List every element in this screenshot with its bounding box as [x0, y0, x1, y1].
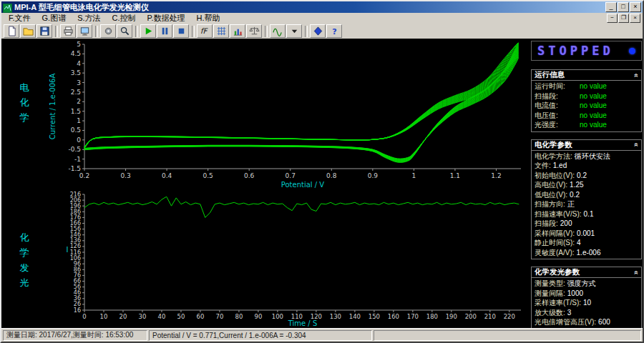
- display-button[interactable]: [77, 24, 92, 38]
- status-cell-0: 测量日期: 2017/6/27,测量时间: 16:53:00: [3, 330, 147, 341]
- svg-text:0.9: 0.9: [368, 172, 379, 179]
- more-button[interactable]: [286, 24, 302, 38]
- collapse-chevron-icon[interactable]: »: [633, 143, 640, 147]
- svg-text:0: 0: [82, 313, 86, 320]
- zoom-button[interactable]: [117, 24, 132, 38]
- chart-workspace: 电化学 化学发光 0.20.30.40.50.60.70.80.911.11.2…: [1, 39, 643, 328]
- svg-text:3.5: 3.5: [71, 69, 81, 76]
- section-header-lum-params[interactable]: 化学发光参数»: [532, 267, 641, 278]
- svg-text:30: 30: [139, 313, 147, 320]
- charts-area: 0.20.30.40.50.60.70.80.911.11.254.543.53…: [46, 39, 530, 328]
- param-label: 静止时间(S):: [535, 239, 575, 247]
- smooth-button[interactable]: [270, 24, 286, 38]
- svg-text:210: 210: [484, 313, 496, 320]
- open-button[interactable]: [20, 24, 36, 38]
- svg-text:0.5: 0.5: [203, 172, 213, 179]
- folder-icon: [23, 26, 34, 36]
- svg-text:1: 1: [412, 172, 416, 179]
- svg-text:-1.5: -1.5: [68, 165, 81, 172]
- param-value: no value: [580, 101, 607, 109]
- svg-text:4.5: 4.5: [71, 50, 81, 57]
- svg-text:5: 5: [77, 41, 81, 48]
- start-button[interactable]: [140, 24, 156, 38]
- svg-text:0: 0: [77, 136, 81, 144]
- menu-item-1[interactable]: G.图谱: [36, 13, 72, 24]
- baseline-fF-button[interactable]: fF: [197, 24, 213, 38]
- window-title: MPI-A 型毛细管电泳电化学发光检测仪: [14, 2, 149, 13]
- chart-icon: [233, 26, 243, 36]
- section-body: 电化学方法:循环伏安法文件:1.ed初始电位(V):0.2高电位(V):1.25…: [532, 151, 641, 259]
- svg-text:70: 70: [216, 313, 224, 320]
- title-bar: MPI-A 型毛细管电泳电化学发光检测仪 _ □ ×: [1, 1, 643, 13]
- param-row: 扫描速率(V/S):0.1: [535, 209, 638, 219]
- svg-text:fF: fF: [200, 26, 208, 35]
- svg-text:0.2: 0.2: [79, 172, 89, 179]
- svg-text:0.3: 0.3: [120, 172, 130, 179]
- settings-button[interactable]: [100, 24, 116, 38]
- luminescence-time-chart[interactable]: 0102030405060708090100110120130140150160…: [46, 190, 530, 328]
- svg-text:140: 140: [349, 313, 361, 320]
- page-icon: [6, 26, 17, 36]
- param-label: 电化学方法:: [535, 152, 572, 160]
- param-value: 1.25: [570, 181, 583, 189]
- close-button[interactable]: ×: [630, 2, 641, 12]
- maximize-button[interactable]: □: [618, 2, 629, 12]
- param-label: 灵敏度(A/V):: [535, 249, 575, 257]
- svg-text:150: 150: [369, 313, 380, 320]
- collapse-chevron-icon[interactable]: »: [633, 73, 640, 77]
- grid-button[interactable]: [213, 24, 229, 38]
- svg-text:0.8: 0.8: [326, 172, 337, 179]
- mdi-restore-button[interactable]: ❐: [618, 14, 629, 23]
- svg-text:90: 90: [255, 313, 263, 320]
- param-value: 4: [577, 239, 581, 247]
- menu-item-2[interactable]: S.方法: [72, 13, 106, 24]
- help-icon: ?: [329, 26, 340, 36]
- save-button[interactable]: [36, 24, 52, 38]
- svg-text:80: 80: [235, 313, 243, 320]
- status-indicator-dot: [629, 48, 635, 54]
- pause-icon: [160, 26, 170, 36]
- pause-button[interactable]: [157, 24, 172, 38]
- mdi-close-button[interactable]: ×: [630, 14, 640, 23]
- section-body: 运行时间:no value扫描段:no value电流值:no value电压值…: [532, 81, 641, 131]
- menu-item-0[interactable]: F.文件: [3, 13, 36, 24]
- param-label: 电流值:: [535, 101, 577, 111]
- help-button[interactable]: ?: [326, 24, 342, 38]
- about-button[interactable]: [310, 24, 326, 38]
- param-row: 灵敏度(A/V):1.e-006: [535, 248, 638, 258]
- run-status-text: STOPPED: [537, 44, 614, 58]
- section-body: 测量类型:强度方式测量间隔:1000采样速率(T/S):10放大级数:3光电倍增…: [532, 278, 641, 329]
- toolbar-separator: [95, 26, 98, 37]
- menu-item-4[interactable]: P.数据处理: [142, 13, 191, 24]
- lum-x-axis-label: Time / S: [288, 319, 318, 327]
- svg-text:-0.5: -0.5: [68, 146, 81, 153]
- print-button[interactable]: [60, 24, 76, 38]
- svg-text:130: 130: [330, 313, 341, 320]
- param-label: 采样间隔(V):: [535, 229, 575, 237]
- section-header-echem-params[interactable]: 电化学参数»: [532, 140, 641, 151]
- app-icon: [3, 3, 12, 12]
- measure-button[interactable]: [246, 24, 262, 38]
- stop-button[interactable]: [173, 24, 189, 38]
- svg-text:0.7: 0.7: [286, 172, 296, 179]
- new-button[interactable]: [4, 24, 19, 38]
- param-label: 扫描段:: [535, 219, 558, 227]
- minimize-button[interactable]: _: [605, 2, 617, 12]
- status-cell-2: [374, 330, 641, 341]
- param-label: 光电倍增管高压(V):: [535, 318, 596, 326]
- param-value: 1000: [567, 289, 583, 297]
- chart-button[interactable]: [230, 24, 245, 38]
- mdi-minimize-button[interactable]: −: [607, 14, 618, 23]
- lum-series: [84, 197, 519, 217]
- param-label: 采样速率(T/S):: [535, 299, 581, 307]
- section-header-run-info[interactable]: 运行信息»: [532, 70, 641, 81]
- svg-text:170: 170: [407, 313, 419, 320]
- section-echem-params: 电化学参数»电化学方法:循环伏安法文件:1.ed初始电位(V):0.2高电位(V…: [531, 139, 642, 260]
- param-value: 0.2: [570, 191, 580, 199]
- cyclic-voltammetry-chart[interactable]: 0.20.30.40.50.60.70.80.911.11.254.543.53…: [46, 39, 530, 190]
- menu-item-3[interactable]: C.控制: [107, 13, 142, 24]
- menu-item-5[interactable]: H.帮助: [191, 13, 226, 24]
- electrochemistry-side-label: 电化学: [19, 80, 30, 125]
- grid-icon: [216, 26, 227, 36]
- collapse-chevron-icon[interactable]: »: [633, 270, 640, 274]
